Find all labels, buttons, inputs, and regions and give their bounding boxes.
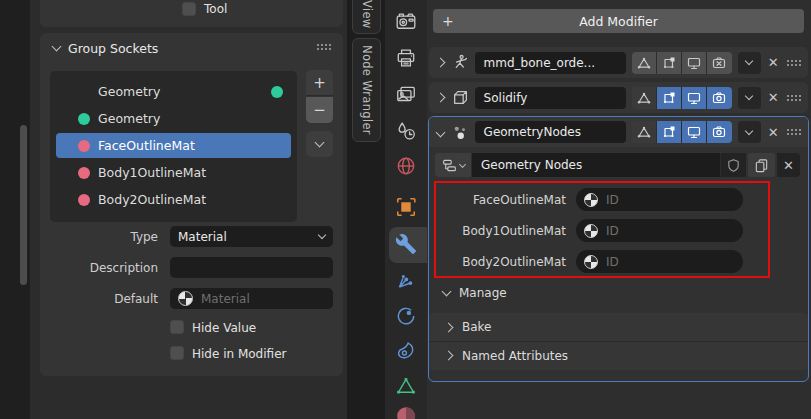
expand-modifier-button[interactable] (436, 59, 446, 66)
modifier-name-field[interactable]: GeometryNodes (475, 121, 626, 143)
input-row-body2outlinemat: Body2OutlineMat ID (436, 250, 768, 273)
tab-view[interactable]: View (352, 0, 381, 34)
modifier-header-mmd-bone-order: mmd_bone_orde... ✕ (429, 47, 808, 78)
geometry-nodes-modifier-icon (452, 124, 469, 141)
socket-row-body2outlinemat[interactable]: Body2OutlineMat (50, 186, 297, 213)
display-on-cage-toggle[interactable] (632, 87, 657, 109)
object-data-properties-tab[interactable] (395, 375, 417, 397)
tool-checkbox-label: Tool (204, 2, 227, 16)
modifier-panel-geometrynodes: GeometryNodes ✕ (428, 116, 809, 382)
display-edit-mode-toggle[interactable] (657, 87, 682, 109)
input-row-faceoutlinemat: FaceOutlineMat ID (436, 188, 768, 211)
plus-icon: + (442, 13, 454, 29)
modifier-header-geometrynodes: GeometryNodes ✕ (429, 117, 808, 147)
display-realtime-toggle[interactable] (682, 52, 707, 74)
duplicate-node-group-button[interactable] (748, 153, 775, 177)
constraint-properties-tab[interactable] (395, 340, 417, 362)
description-label: Description (40, 261, 158, 275)
material-sphere-icon (178, 291, 193, 306)
unlink-node-group-button[interactable]: ✕ (777, 153, 800, 177)
browse-node-group-button[interactable] (435, 153, 472, 177)
display-edit-mode-toggle[interactable] (657, 52, 682, 74)
panel-expand-icon[interactable] (52, 42, 62, 52)
hide-in-modifier-checkbox[interactable] (170, 346, 184, 360)
default-material-field[interactable]: Material (170, 288, 333, 309)
description-input[interactable] (170, 257, 333, 278)
input-row-body1outlinemat: Body1OutlineMat ID (436, 219, 768, 242)
node-group-name-field[interactable]: Geometry Nodes (472, 153, 720, 177)
socket-row-faceoutlinemat[interactable]: FaceOutlineMat (50, 132, 297, 159)
node-editor-edge (0, 0, 30, 419)
add-modifier-button[interactable]: + Add Modifier (433, 9, 804, 33)
sidebar-scrollbar[interactable] (20, 125, 27, 285)
group-sockets-panel: Group Sockets Geometry Geometry FaceOutl… (40, 33, 343, 376)
material-id-field[interactable]: ID (576, 250, 743, 273)
modifier-extras-button[interactable] (738, 121, 761, 143)
panel-drag-grip-icon[interactable] (316, 43, 332, 51)
modifier-properties-panel: + Add Modifier mmd_bone_orde... (427, 0, 811, 419)
object-properties-tab[interactable] (395, 196, 417, 218)
hide-value-label: Hide Value (192, 321, 256, 335)
hide-value-checkbox[interactable] (170, 320, 184, 334)
manage-section-header[interactable]: Manage (429, 284, 808, 302)
view-layer-properties-tab[interactable] (395, 84, 417, 106)
modifier-drag-grip-icon[interactable] (786, 94, 801, 102)
modifier-drag-grip-icon[interactable] (786, 59, 801, 67)
modifier-extras-button[interactable] (738, 52, 761, 74)
world-properties-tab[interactable] (395, 155, 417, 177)
display-render-toggle[interactable] (707, 87, 732, 109)
collapse-modifier-button[interactable] (436, 129, 446, 136)
material-socket-icon (78, 140, 90, 152)
delete-modifier-button[interactable]: ✕ (767, 56, 780, 69)
output-properties-tab[interactable] (395, 47, 417, 69)
socket-row-geometry-input[interactable]: Geometry (50, 105, 297, 132)
display-realtime-toggle[interactable] (682, 121, 707, 143)
modifier-display-toggles (632, 87, 732, 109)
node-group-datablock-row: Geometry Nodes ✕ (435, 153, 800, 177)
tab-node-wrangler[interactable]: Node Wrangler (352, 38, 381, 142)
chevron-down-icon (458, 160, 465, 167)
remove-socket-button[interactable]: − (306, 97, 333, 123)
chevron-down-icon (318, 231, 326, 239)
material-socket-icon (78, 194, 90, 206)
modifier-header-solidify: Solidify ✕ (429, 82, 808, 113)
delete-modifier-button[interactable]: ✕ (767, 91, 780, 104)
material-socket-icon (78, 167, 90, 179)
display-on-cage-toggle[interactable] (632, 52, 657, 74)
material-properties-tab[interactable] (395, 405, 417, 419)
modifier-extras-button[interactable] (738, 87, 761, 109)
bake-section-header[interactable]: Bake (429, 313, 808, 341)
sidebar-tab-strip: View Node Wrangler (347, 0, 385, 419)
display-on-cage-toggle[interactable] (632, 121, 657, 143)
delete-modifier-button[interactable]: ✕ (767, 126, 780, 139)
particle-properties-tab[interactable] (395, 269, 417, 291)
socket-row-body1outlinemat[interactable]: Body1OutlineMat (50, 159, 297, 186)
material-id-field[interactable]: ID (576, 188, 743, 211)
fake-user-shield-button[interactable] (720, 153, 746, 177)
tool-panel: Tool (40, 0, 343, 27)
render-properties-tab[interactable] (395, 9, 417, 31)
modifier-drag-grip-icon[interactable] (786, 128, 801, 136)
tool-checkbox[interactable] (182, 2, 196, 16)
display-render-toggle[interactable] (707, 121, 732, 143)
socket-list: Geometry Geometry FaceOutlineMat Body1Ou… (50, 71, 297, 222)
chevron-right-icon (444, 322, 454, 332)
display-realtime-toggle[interactable] (682, 87, 707, 109)
chevron-down-icon (442, 287, 452, 297)
scene-properties-tab[interactable] (395, 120, 417, 142)
named-attributes-section-header[interactable]: Named Attributes (429, 341, 808, 369)
physics-properties-tab[interactable] (395, 305, 417, 327)
type-label: Type (40, 230, 158, 244)
type-dropdown[interactable]: Material (170, 226, 333, 247)
modifier-name-field[interactable]: mmd_bone_orde... (475, 52, 626, 74)
material-id-field[interactable]: ID (576, 219, 743, 242)
modifier-properties-tab[interactable] (395, 233, 417, 255)
add-socket-button[interactable]: + (306, 70, 333, 96)
subpanel-group: Bake Named Attributes (429, 313, 808, 370)
socket-row-geometry-output[interactable]: Geometry (50, 78, 297, 105)
display-edit-mode-toggle[interactable] (657, 121, 682, 143)
socket-list-menu-button[interactable] (306, 131, 333, 157)
display-render-toggle-off[interactable] (707, 52, 732, 74)
expand-modifier-button[interactable] (436, 94, 446, 101)
modifier-name-field[interactable]: Solidify (475, 87, 626, 109)
